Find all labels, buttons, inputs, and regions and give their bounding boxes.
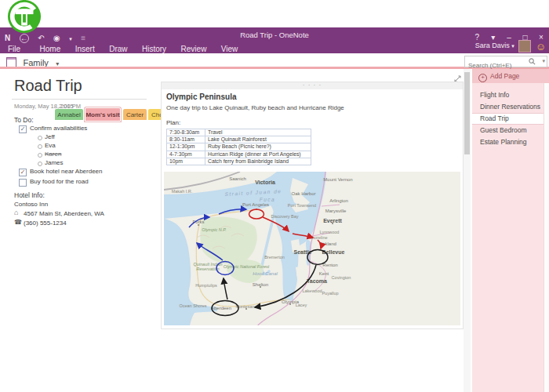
list-bullet: [38, 144, 42, 149]
page-time: 2:00 PM: [59, 103, 81, 110]
page-item-estate-planning[interactable]: Estate Planning: [472, 136, 549, 148]
plan-activity: Travel: [205, 129, 311, 136]
pages-pane-scrollbar[interactable]: [544, 83, 549, 392]
map-label: Lynnwood: [320, 230, 340, 234]
titlebar: N ← ↶ ◉ ▾ ≡ Road Trip - OneNote ? ▾ – □ …: [0, 27, 549, 53]
plan-activity: Catch ferry from Bainbridge Island: [205, 158, 311, 165]
site-watermark-logo: [7, 0, 42, 34]
map-label: Humptulips: [195, 283, 217, 288]
page-item-road-trip[interactable]: Road Trip: [472, 113, 549, 125]
map-label: Bremerton: [264, 255, 285, 260]
map-label: Port Townsend: [288, 203, 316, 208]
plan-time: 8:30-11am: [167, 136, 205, 143]
page-item-dinner-reservations[interactable]: Dinner Reservations: [472, 101, 549, 113]
map-label: Shelton: [253, 282, 268, 287]
person-item: Jeff: [45, 133, 55, 140]
map-label: Aberdeen: [211, 306, 231, 310]
section-tab-annabel[interactable]: Annabel: [55, 109, 83, 120]
map-label: Olympic National Forest: [224, 264, 270, 269]
page-item-guest-bedroom[interactable]: Guest Bedroom: [472, 125, 549, 136]
user-name: Sara Davis: [475, 42, 510, 49]
map-label: Ocean Shores: [179, 303, 206, 308]
note-title[interactable]: Olympic Peninsula: [166, 93, 236, 101]
page-scrollbar: [464, 69, 471, 392]
plan-activity: Lake Quinault Rainforest: [205, 136, 311, 143]
map-label: Hood Canal: [253, 271, 278, 276]
top-strip: [0, 0, 549, 27]
search-box: ▾: [464, 56, 547, 67]
table-row: 8:30-11amLake Quinault Rainforest: [167, 136, 311, 143]
phone-icon: ☎: [14, 219, 22, 226]
search-icon[interactable]: [529, 58, 536, 65]
plan-table[interactable]: 7:30-8:30amTravel 8:30-11amLake Quinault…: [166, 129, 311, 165]
plan-time: 7:30-8:30am: [167, 129, 205, 136]
note-subtitle[interactable]: One day trip to Lake Quinault, Ruby beac…: [166, 104, 344, 111]
map-label: Lacey: [296, 303, 307, 307]
window-title: Road Trip - OneNote: [0, 31, 549, 39]
search-scope-caret-icon[interactable]: ▾: [542, 58, 545, 64]
hotel-heading: Hotel Info:: [14, 191, 45, 199]
check-icon: ✓: [20, 125, 26, 132]
map-image: Saanich Victoria Mount Vernon Oak Harbor…: [164, 172, 460, 325]
plan-time: 10pm: [167, 158, 205, 165]
table-row: 10pmCatch ferry from Bainbridge Island: [167, 158, 311, 165]
table-row: 12-1:30pmRuby Beach (Picnic here?): [167, 143, 311, 151]
map-label: Lakewood: [302, 289, 322, 293]
account-area[interactable]: Sara Davis ▾ ☺: [475, 40, 546, 53]
map-label: Reservation: [196, 267, 219, 271]
title-underline: [12, 99, 147, 100]
plan-time: 12-1:30pm: [167, 143, 205, 151]
person-item: Eva: [45, 142, 56, 149]
todo-checkbox[interactable]: [19, 179, 27, 187]
map-vashon-island: [296, 266, 305, 279]
todo-label: Book hotel near Aberdeen: [30, 168, 103, 175]
map-label: Victoria: [255, 180, 275, 185]
map-label: Olympic N.P.: [202, 227, 226, 232]
person-item: James: [45, 159, 64, 166]
add-page-label: Add Page: [490, 72, 519, 80]
map-label: Puyallup: [322, 291, 338, 296]
section-tab-moms-visit[interactable]: Mom's visit: [85, 107, 121, 122]
map-label: Kent: [319, 271, 329, 276]
add-page-button[interactable]: +Add Page: [472, 69, 549, 83]
map-label: Makah I.R.: [172, 189, 193, 194]
send-smile-icon[interactable]: ☺: [536, 41, 546, 53]
section-tab-carter[interactable]: Carter: [123, 109, 147, 120]
map-label: Kirkland: [319, 241, 336, 246]
map-label: Mount Vernon: [323, 177, 352, 182]
table-row: 4-7:30pmHurrican Ridge (dinner at Port A…: [167, 151, 311, 158]
page-item-flight-info[interactable]: Flight Info: [472, 89, 549, 101]
account-caret-icon: ▾: [511, 43, 514, 49]
table-row: 7:30-8:30amTravel: [167, 129, 311, 136]
todo-checkbox[interactable]: ✓: [19, 169, 27, 176]
person-item-crossed: Karen: [45, 151, 61, 158]
onenote-window: N ← ↶ ◉ ▾ ≡ Road Trip - OneNote ? ▾ – □ …: [0, 0, 549, 392]
todo-label: Buy food for the road: [30, 178, 89, 185]
list-bullet: [38, 162, 42, 166]
plan-activity: Ruby Beach (Picnic here?): [205, 143, 311, 151]
hotel-name: Contoso Inn: [14, 201, 48, 208]
plan-time: 4-7:30pm: [167, 151, 205, 158]
list-bullet: [38, 153, 42, 158]
todo-label: Confirm availabilities: [30, 125, 87, 132]
hotel-phone: (360) 555-1234: [24, 220, 67, 227]
avatar[interactable]: [518, 40, 531, 53]
map-label: Seattle: [294, 249, 312, 255]
note-container: · · · · Olympic Peninsula One day trip t…: [161, 82, 464, 329]
map-label: Port Angeles: [242, 202, 269, 207]
map-label-strait: Fuca: [260, 197, 275, 202]
note-drag-handle[interactable]: · · · ·: [162, 82, 463, 89]
map-label: Renton: [322, 263, 337, 267]
page-title[interactable]: Road Trip: [14, 77, 82, 95]
add-page-plus-icon: +: [478, 74, 487, 82]
map-label: Oak Harbor: [291, 191, 315, 196]
scrollbar-thumb[interactable]: [464, 72, 470, 154]
map-label: Marysville: [325, 209, 347, 213]
check-icon: ✓: [20, 169, 26, 176]
pages-pane: +Add Page Flight Info Dinner Reservation…: [472, 69, 549, 392]
list-bullet: [38, 136, 42, 140]
map-label: Arlington: [329, 198, 348, 203]
map-label: Covington: [332, 275, 351, 280]
hotel-address: 4567 Main St, Aberdeen, WA: [24, 210, 104, 217]
todo-checkbox[interactable]: ✓: [19, 125, 27, 133]
